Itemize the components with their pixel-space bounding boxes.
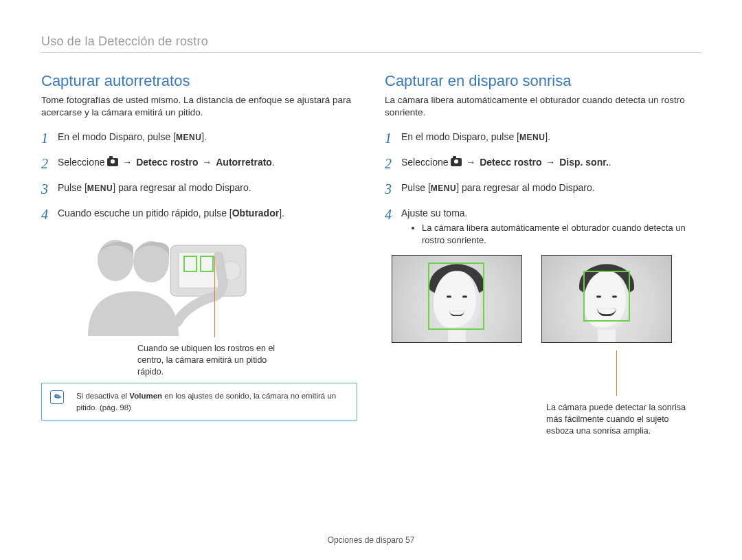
sub-list: La cámara libera automáticamente el obtu… [422,222,701,247]
list-item: 1 En el modo Disparo, pulse [MENU]. [41,128,357,148]
step-text: En el modo Disparo, pulse [MENU]. [58,128,357,144]
right-title: Capturar en disparo sonrisa [385,72,701,90]
text: Pulse [ [58,182,87,193]
step-text: Seleccione → Detecc rostro → Autorretrat… [58,154,357,169]
face-detection-box [428,262,484,330]
text: En el modo Disparo, pulse [ [58,131,176,142]
bold-text: Detecc rostro [480,157,541,168]
right-intro: La cámara libera automáticamente el obtu… [385,94,701,119]
right-column: Capturar en disparo sonrisa La cámara li… [385,72,701,421]
selfie-illustration: Cuando se ubiquen los rostros en el cent… [41,233,357,370]
bold-text: Disp. sonr. [559,157,609,168]
left-steps: 1 En el modo Disparo, pulse [MENU]. 2 Se… [41,128,357,225]
face-detection-box [583,271,630,322]
text: En el modo Disparo, pulse [ [401,131,519,142]
arrow-icon: → [541,157,559,168]
selfie-drawing [74,233,253,336]
text: ]. [545,131,550,142]
text: Seleccione [401,157,451,168]
sample-shot-smile [541,255,672,343]
step-number: 1 [385,128,401,148]
camera-icon [107,158,118,166]
text: Cuando escuche un pitido rápido, pulse [ [58,208,232,219]
step-number: 2 [385,154,401,174]
callout-line [214,256,215,337]
step-text: Pulse [MENU] para regresar al modo Dispa… [401,179,701,194]
step-number: 4 [385,205,401,225]
arrow-icon: → [198,157,216,168]
text: ]. [201,131,207,142]
step-number: 1 [41,128,58,148]
smile-illustration [385,255,701,343]
menu-icon: MENU [519,133,545,142]
right-steps: 1 En el modo Disparo, pulse [MENU]. 2 Se… [385,128,701,247]
list-item: 3 Pulse [MENU] para regresar al modo Dis… [385,179,701,199]
list-item: 3 Pulse [MENU] para regresar al modo Dis… [41,179,357,199]
step-text: Ajuste su toma. La cámara libera automát… [401,205,701,247]
list-item: 2 Seleccione → Detecc rostro → Disp. son… [385,154,701,174]
note-icon: ✎ [50,390,64,404]
note-text: Si desactiva el [76,392,129,400]
left-column: Capturar autorretratos Tome fotografías … [41,72,357,421]
text: Pulse [ [401,182,431,193]
arrow-icon: → [118,157,136,168]
page-header: Uso de la Detección de rostro [41,34,701,53]
callout-line [616,350,617,396]
note-box: ✎ Si desactiva el Volumen en los ajustes… [41,383,357,420]
menu-icon: MENU [431,183,456,193]
sample-shot-neutral [392,255,522,343]
left-intro: Tome fotografías de usted mismo. La dist… [41,94,357,119]
step-text: En el modo Disparo, pulse [MENU]. [401,128,701,144]
step-text: Cuando escuche un pitido rápido, pulse [… [58,205,357,220]
manual-page: Uso de la Detección de rostro Capturar a… [0,0,742,560]
list-item: 4 Cuando escuche un pitido rápido, pulse… [41,205,357,225]
list-item: 2 Seleccione → Detecc rostro → Autorretr… [41,154,357,174]
text: Seleccione [58,157,107,168]
content-columns: Capturar autorretratos Tome fotografías … [41,72,701,421]
text: ] para regresar al modo Disparo. [113,182,251,193]
text: ]. [279,208,284,219]
step-number: 3 [385,179,401,199]
list-item: 1 En el modo Disparo, pulse [MENU]. [385,128,701,148]
arrow-icon: → [462,157,480,168]
page-footer: Opciones de disparo 57 [0,535,742,545]
step-text: Pulse [MENU] para regresar al modo Dispa… [58,179,357,194]
bold-text: Autorretrato [216,157,272,168]
right-callout: La cámara puede detectar la sonrisa más … [546,402,690,437]
step-number: 3 [41,179,58,199]
step-text: Seleccione → Detecc rostro → Disp. sonr.… [401,154,701,169]
sub-item: La cámara libera automáticamente el obtu… [422,222,701,247]
menu-icon: MENU [87,183,113,193]
bold-text: Obturador [232,208,279,219]
bold-text: Volumen [129,392,162,400]
left-callout: Cuando se ubiquen los rostros en el cent… [137,343,289,378]
left-title: Capturar autorretratos [41,72,357,90]
list-item: 4 Ajuste su toma. La cámara libera autom… [385,205,701,247]
bold-text: Detecc rostro [136,157,198,168]
text: ] para regresar al modo Disparo. [456,182,595,193]
camera-icon [451,158,462,166]
text: Ajuste su toma. [401,208,468,219]
menu-icon: MENU [176,133,201,142]
step-number: 4 [41,205,58,225]
step-number: 2 [41,154,58,174]
